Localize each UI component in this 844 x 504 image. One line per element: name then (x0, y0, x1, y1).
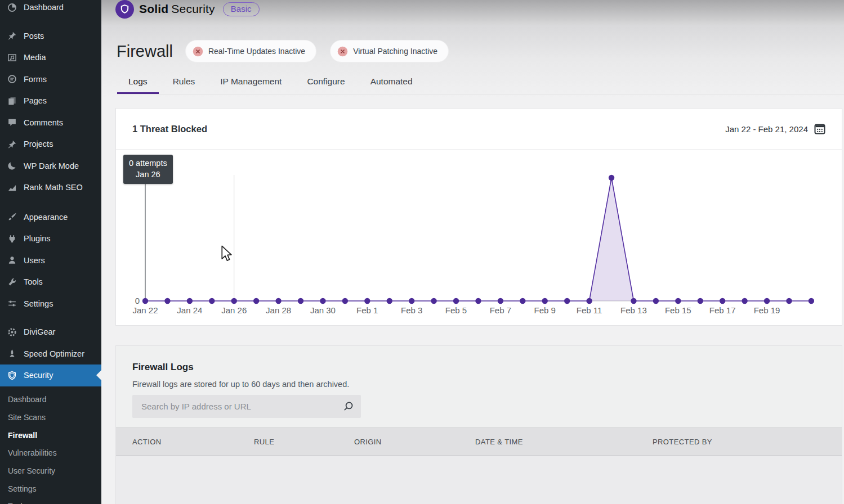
sidebar-item-label: Pages (24, 96, 47, 105)
svg-text:Jan 26: Jan 26 (221, 305, 247, 315)
sidebar-item-dashboard[interactable]: Dashboard (0, 0, 101, 19)
submenu-item-settings[interactable]: Settings (0, 480, 101, 498)
sidebar-item-security[interactable]: Security (0, 364, 101, 386)
sidebar-item-users[interactable]: Users (0, 250, 101, 272)
svg-text:Feb 13: Feb 13 (620, 305, 647, 315)
inactive-x-icon (193, 46, 203, 57)
sidebar-item-label: Plugins (24, 234, 51, 243)
sidebar-item-label: Rank Math SEO (24, 183, 83, 192)
submenu-item-user-security[interactable]: User Security (0, 462, 101, 480)
svg-text:Feb 17: Feb 17 (709, 305, 736, 315)
plugin-icon (7, 234, 17, 244)
sidebar-item-label: Speed Optimizer (24, 349, 84, 358)
sidebar-item-projects[interactable]: Projects (0, 133, 101, 155)
tab-configure[interactable]: Configure (296, 72, 356, 94)
submenu-item-site-scans[interactable]: Site Scans (0, 408, 101, 426)
app-root: Dashboard Posts Media Forms Pages Comm (0, 0, 844, 504)
user-icon (7, 255, 17, 265)
moon-icon (7, 161, 17, 170)
svg-text:Feb 3: Feb 3 (401, 305, 422, 315)
pages-icon (7, 96, 17, 106)
column-header-protected-by: PROTECTED BY (653, 438, 842, 446)
sidebar-item-wp-dark-mode[interactable]: WP Dark Mode (0, 155, 101, 177)
status-pill-label: Virtual Patching Inactive (353, 47, 437, 56)
svg-text:Feb 19: Feb 19 (754, 305, 780, 315)
sidebar-item-media[interactable]: Media (0, 47, 101, 69)
calendar-icon[interactable] (814, 123, 825, 134)
menu-separator (0, 199, 101, 206)
sidebar-item-label: Users (24, 256, 45, 265)
rocket-icon (7, 349, 17, 358)
admin-header-band: Solid Security Basic (101, 0, 844, 25)
svg-text:Jan 28: Jan 28 (266, 305, 291, 315)
media-icon (7, 53, 17, 62)
submenu-item-vulnerabilities[interactable]: Vulnerabilities (0, 444, 101, 462)
inactive-x-icon (337, 46, 348, 57)
wrench-icon (7, 277, 17, 287)
sidebar-item-label: Comments (24, 118, 63, 127)
threats-chart-card: 1 Threat Blocked Jan 22 - Feb 21, 2024 J… (115, 108, 842, 326)
sidebar-item-label: Appearance (24, 213, 68, 222)
dashboard-icon (7, 3, 17, 12)
tab-rules[interactable]: Rules (162, 72, 207, 94)
chart-region: Jan 22Jan 24Jan 26Jan 28Jan 30Feb 1Feb 3… (116, 150, 842, 325)
page-header: Firewall Real-Time Updates Inactive Virt… (101, 25, 844, 62)
sidebar-item-rank-math-seo[interactable]: Rank Math SEO (0, 177, 101, 199)
firewall-logs-card: Firewall Logs Firewall logs are stored f… (115, 345, 842, 504)
threats-blocked-title: 1 Threat Blocked (132, 124, 207, 134)
svg-text:Jan 24: Jan 24 (177, 305, 202, 315)
chart-tooltip: 0 attempts Jan 26 (123, 155, 173, 184)
sidebar-item-tools[interactable]: Tools (0, 271, 101, 293)
sidebar-item-comments[interactable]: Comments (0, 112, 101, 134)
sidebar-item-speed-optimizer[interactable]: Speed Optimizer (0, 343, 101, 365)
column-header-date-time: DATE & TIME (475, 438, 653, 446)
submenu-item-tools[interactable]: Tools (0, 498, 101, 504)
sidebar-item-settings[interactable]: Settings (0, 293, 101, 315)
menu-separator (0, 19, 101, 25)
sidebar-item-divigear[interactable]: DiviGear (0, 321, 101, 343)
tab-logs[interactable]: Logs (117, 72, 159, 94)
sliders-icon (7, 299, 17, 308)
page-title: Firewall (117, 42, 173, 61)
svg-text:Feb 5: Feb 5 (445, 305, 467, 315)
sidebar-item-label: Settings (24, 299, 53, 308)
gear-icon (7, 327, 17, 337)
sidebar-item-pages[interactable]: Pages (0, 90, 101, 112)
svg-text:Jan 30: Jan 30 (310, 305, 336, 315)
sidebar-item-appearance[interactable]: Appearance (0, 206, 101, 228)
search-icon[interactable] (342, 400, 354, 412)
realtime-updates-status-pill[interactable]: Real-Time Updates Inactive (185, 40, 316, 62)
svg-text:Feb 15: Feb 15 (665, 305, 691, 315)
tooltip-date: Jan 26 (129, 169, 167, 180)
solid-security-logo-icon (115, 0, 134, 19)
logs-table-body (116, 456, 842, 504)
sidebar-item-forms[interactable]: Forms (0, 69, 101, 91)
firewall-logs-title: Firewall Logs (132, 362, 842, 373)
tab-ip-management[interactable]: IP Management (209, 72, 293, 94)
logs-search (132, 395, 361, 418)
rank-math-icon (7, 183, 17, 192)
sidebar-item-label: Tools (24, 277, 43, 286)
status-pill-label: Real-Time Updates Inactive (208, 47, 305, 56)
sidebar-item-posts[interactable]: Posts (0, 25, 101, 47)
virtual-patching-status-pill[interactable]: Virtual Patching Inactive (330, 40, 449, 62)
date-range-label: Jan 22 - Feb 21, 2024 (725, 124, 808, 134)
sidebar-item-label: Media (24, 53, 46, 62)
tab-automated[interactable]: Automated (359, 72, 424, 94)
sidebar-item-label: Security (24, 371, 53, 380)
sidebar-item-plugins[interactable]: Plugins (0, 228, 101, 250)
shield-icon (7, 371, 17, 380)
brush-icon (7, 212, 17, 222)
svg-text:Feb 9: Feb 9 (534, 305, 556, 315)
solid-security-logo: Solid Security Basic (115, 0, 260, 20)
sidebar-item-label: Posts (24, 32, 44, 40)
pushpin-icon (7, 140, 17, 149)
search-input[interactable] (132, 395, 361, 418)
threats-chart[interactable]: Jan 22Jan 24Jan 26Jan 28Jan 30Feb 1Feb 3… (116, 150, 842, 325)
submenu-item-dashboard[interactable]: Dashboard (0, 391, 101, 409)
column-header-action: ACTION (132, 438, 254, 446)
logs-table-header: ACTION RULE ORIGIN DATE & TIME PROTECTED… (116, 428, 842, 456)
submenu-item-firewall[interactable]: Firewall (0, 426, 101, 444)
chart-card-header: 1 Threat Blocked Jan 22 - Feb 21, 2024 (116, 109, 842, 150)
menu-separator (0, 314, 101, 321)
